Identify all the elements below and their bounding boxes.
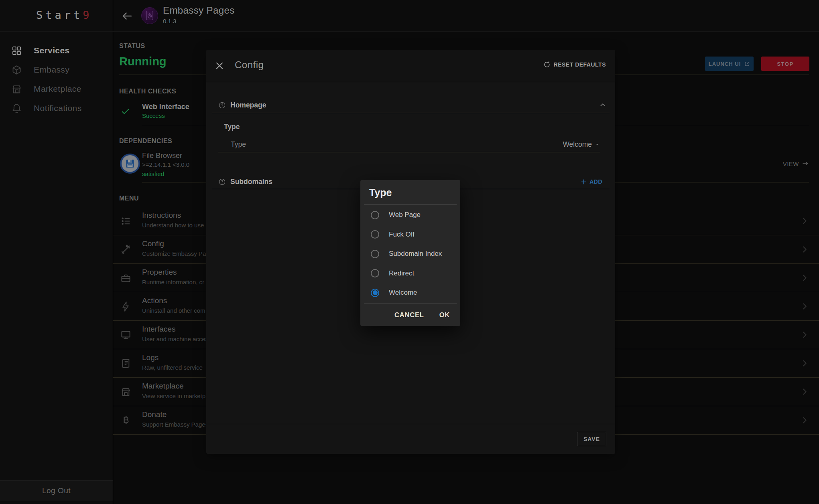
radio-option-welcome[interactable]: Welcome — [360, 283, 460, 303]
cancel-button[interactable]: CANCEL — [394, 311, 424, 319]
radio-option-fuck-off[interactable]: Fuck Off — [360, 225, 460, 245]
dialog-divider — [364, 204, 457, 205]
radio-icon[interactable] — [371, 250, 379, 258]
type-dialog: Type Web Page Fuck Off Subdomain Index R… — [360, 180, 460, 326]
radio-option-web-page[interactable]: Web Page — [360, 205, 460, 225]
type-dialog-footer: CANCEL OK — [360, 304, 460, 326]
radio-option-subdomain-index[interactable]: Subdomain Index — [360, 244, 460, 264]
radio-icon[interactable] — [371, 211, 379, 219]
type-dialog-title: Type — [369, 187, 392, 198]
ok-button[interactable]: OK — [439, 311, 450, 319]
radio-option-label: Subdomain Index — [389, 250, 442, 258]
radio-icon[interactable] — [371, 269, 379, 277]
radio-option-label: Web Page — [389, 211, 421, 219]
radio-option-redirect[interactable]: Redirect — [360, 264, 460, 283]
app-root: Start9 Services Embassy Marketplace Noti… — [0, 0, 819, 504]
type-options: Web Page Fuck Off Subdomain Index Redire… — [360, 205, 460, 303]
radio-option-label: Welcome — [389, 289, 417, 297]
radio-icon[interactable] — [371, 230, 379, 239]
radio-option-label: Redirect — [389, 269, 414, 277]
radio-option-label: Fuck Off — [389, 231, 415, 239]
radio-selected-icon[interactable] — [371, 289, 379, 297]
